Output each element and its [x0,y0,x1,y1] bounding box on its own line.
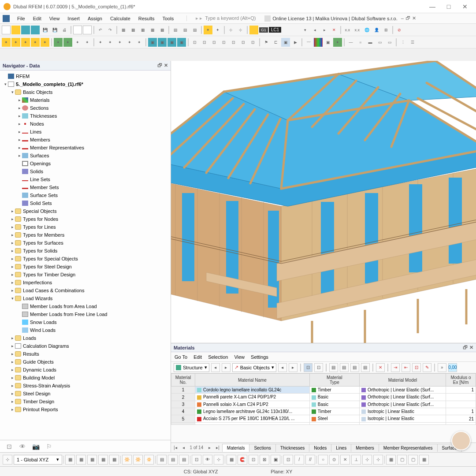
tree-item[interactable]: ▸Results [1,350,170,358]
bt-icon[interactable]: 🔆 [122,455,132,465]
menu-icon[interactable]: ☰ [408,38,417,47]
bt-icon[interactable]: 👁 [203,455,212,465]
tree-item[interactable]: Wind Loads [1,326,170,334]
tree-item[interactable]: ▸Calculation Diagrams [1,342,170,350]
num-icon[interactable]: 0,00 [448,363,457,372]
tool-icon[interactable] [21,26,30,34]
bt-icon[interactable]: ▦ [419,455,429,465]
bt-icon[interactable]: ✕ [340,455,350,465]
menu-goto[interactable]: Go To [175,354,187,360]
bar-icon[interactable]: ▬ [366,38,375,47]
axes-icon[interactable]: ⊹ [227,26,235,34]
next-icon[interactable]: ▸ [206,445,213,450]
flag-icon[interactable]: ▣ [281,38,290,47]
last-icon[interactable]: ▸| [213,445,222,450]
grid-icon[interactable]: ▦ [158,26,167,34]
tool-icon[interactable]: ▤ [361,363,370,372]
bt-icon[interactable]: ▤ [179,455,189,465]
grid-icon[interactable]: ▦ [138,26,147,34]
bt-icon[interactable]: ▦ [65,455,75,465]
tree-item[interactable]: ▸Timber Design [1,398,170,405]
tool-icon[interactable]: ⇥ [391,363,400,372]
menu-selection[interactable]: Selection [208,354,228,360]
x-icon[interactable]: ✕ [412,15,416,21]
frame-icon[interactable]: ⊡ [200,38,209,47]
tab-members[interactable]: Members [351,444,379,452]
grid-icon[interactable]: ▦ [119,26,128,34]
doc-icon[interactable] [73,26,82,34]
cube-icon[interactable]: ▣ [158,38,167,47]
next-icon[interactable]: ▸ [222,363,231,372]
tree-item[interactable]: Member Loads from Area Load [1,302,170,310]
sp-icon[interactable]: ✦ [54,38,63,47]
tool-icon[interactable]: ▤ [329,363,338,372]
tool-icon[interactable]: ⊡ [304,363,312,372]
next-icon[interactable]: ▸ [289,363,298,372]
tool-icon[interactable]: ▤ [350,363,359,372]
menu-insert[interactable]: Insert [63,16,84,21]
tool-icon[interactable] [31,26,40,34]
sp-icon[interactable]: ✦ [21,38,30,47]
minimize-button[interactable]: — [425,3,440,10]
cube-icon[interactable]: ▣ [177,38,186,47]
xxx-icon[interactable]: x.x [353,26,361,34]
tree-item[interactable]: ▸Imperfections [1,279,170,286]
tree-item[interactable]: ▸Members [1,136,170,144]
tree-item[interactable]: Line Sets [1,175,170,183]
tree-item[interactable]: ▸Building Model [1,374,170,382]
tree-item[interactable]: ▸Load Cases & Combinations [1,286,170,294]
tree-item[interactable]: Member Loads from Free Line Load [1,310,170,318]
assistant-avatar[interactable] [451,431,471,450]
tree-item[interactable]: ▸Stress-Strain Analysis [1,382,170,390]
tree-item[interactable]: ▾5._Modello_completo_(1).rf6* [1,80,170,88]
bar-icon[interactable]: ▭ [376,38,384,47]
axes-icon[interactable]: ⊹ [236,26,245,34]
frame-icon[interactable]: ⊡ [229,38,238,47]
frame-icon[interactable]: ⊡ [239,38,248,47]
tab-thicknesses[interactable]: Thicknesses [275,444,310,452]
tree-item[interactable]: ▸Surfaces [1,152,170,160]
bt-icon[interactable]: ▢ [408,455,418,465]
table-icon[interactable]: ▤ [181,26,190,34]
sp-icon[interactable]: ✦ [96,38,105,47]
tree-item[interactable]: ▾Load Wizards [1,294,170,302]
restore-icon[interactable]: 🗗 [405,15,410,21]
cube-icon[interactable]: ▣ [148,38,157,47]
bt-icon[interactable]: ⊡ [192,455,201,465]
tree-item[interactable]: Openings [1,160,170,167]
prev-icon[interactable]: ◂ [211,363,220,372]
redo-icon[interactable]: ↷ [106,26,115,34]
box-icon[interactable]: ▣ [324,38,332,47]
grid-icon[interactable]: ▦ [148,26,157,34]
prev-icon[interactable]: ◂ [180,445,187,450]
menu-calculate[interactable]: Calculate [106,16,134,21]
frame-icon[interactable]: ⊡ [210,38,219,47]
frame-icon[interactable]: ⊡ [249,38,257,47]
bar-icon[interactable]: ▭ [385,38,394,47]
menu-view[interactable]: View [45,16,64,21]
global-cs-combo[interactable]: 1 - Global XYZ▾ [14,455,62,465]
camera-icon[interactable]: 📷 [31,443,41,450]
pin-icon[interactable]: 🗗 [157,63,162,68]
xxx-icon[interactable]: x.x [343,26,352,34]
bt-icon[interactable]: ▦ [98,455,108,465]
bt-icon[interactable]: ⊡ [283,455,293,465]
tree-item[interactable]: ▸Types for Nodes [1,215,170,223]
sp-icon[interactable]: ✦ [31,38,40,47]
bt-icon[interactable]: ▦ [76,455,86,465]
menu-settings[interactable]: Settings [251,354,268,360]
bt-icon[interactable]: ▦ [386,455,396,465]
globe-icon[interactable]: 🌐 [362,26,371,34]
tree-item[interactable]: ▸Types for Surfaces [1,239,170,247]
flag-icon[interactable] [249,26,258,34]
menu-results[interactable]: Results [134,16,159,21]
tree-item[interactable]: ▸Thicknesses [1,112,170,120]
eye-icon[interactable]: 👁 [18,443,27,450]
frame-icon[interactable]: ⊡ [219,38,228,47]
tree-item[interactable]: ▸Materials [1,96,170,104]
tab-sections[interactable]: Sections [249,444,275,452]
exit-icon[interactable]: ⊘ [395,26,404,34]
tree-item[interactable]: ▸Types for Solids [1,247,170,255]
sp-icon[interactable]: ✦ [125,38,134,47]
flag-icon[interactable]: ▶ [291,38,300,47]
